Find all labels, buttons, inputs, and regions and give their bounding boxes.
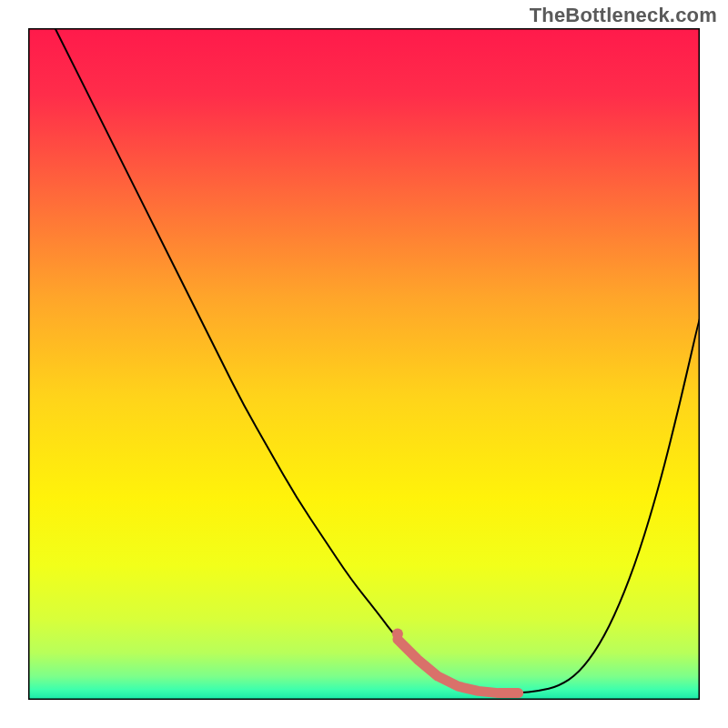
optimal-range-start-dot [392, 629, 403, 640]
gradient-background [28, 28, 700, 700]
chart-svg [28, 28, 700, 700]
chart-stage: TheBottleneck.com [0, 0, 728, 728]
chart-plot-area [28, 28, 700, 700]
site-watermark: TheBottleneck.com [530, 4, 717, 27]
